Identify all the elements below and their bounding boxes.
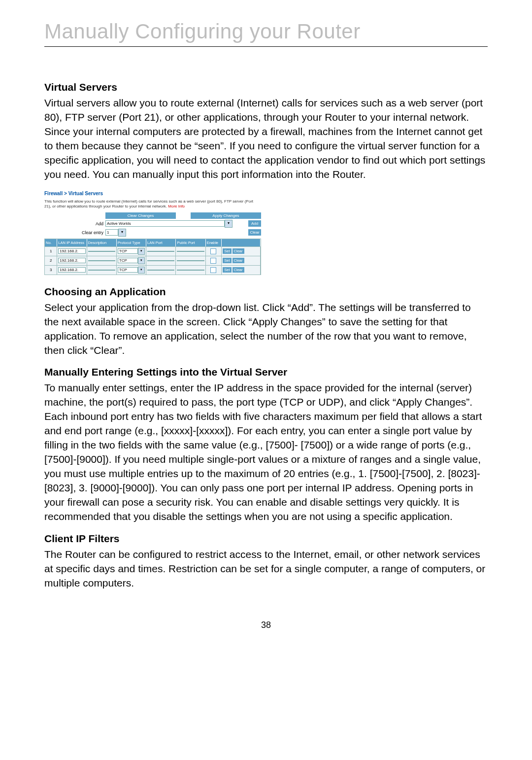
col-lan: LAN Port: [146, 239, 176, 246]
lan-port-input[interactable]: [147, 260, 174, 261]
lan-ip-input[interactable]: 192.168.2.: [58, 267, 85, 273]
description-input[interactable]: [88, 251, 115, 252]
col-actions: [222, 239, 261, 246]
clear-changes-button[interactable]: Clear Changes: [105, 212, 176, 219]
router-description: This function will allow you to route ex…: [44, 199, 261, 209]
paragraph-client-ip-filters: The Router can be configured to restrict…: [44, 548, 488, 590]
clear-entry-label: Clear entry: [44, 230, 105, 235]
protocol-select[interactable]: TCP: [118, 248, 138, 254]
enable-checkbox[interactable]: [210, 267, 216, 273]
enable-checkbox[interactable]: [210, 258, 216, 264]
public-port-input[interactable]: [177, 251, 204, 252]
lan-ip-input[interactable]: 192.168.2.: [58, 258, 85, 263]
virtual-servers-table: No. LAN IP Address Description Protocol …: [44, 239, 261, 275]
page-title: Manually Configuring your Router: [44, 20, 488, 47]
clear-row-button[interactable]: Clear: [233, 248, 244, 254]
row-number: 1: [45, 246, 57, 256]
chevron-down-icon[interactable]: ▾: [118, 229, 126, 237]
page-number: 38: [44, 620, 488, 630]
protocol-select[interactable]: TCP: [118, 267, 138, 273]
clear-row-button[interactable]: Clear: [233, 267, 244, 273]
clear-button[interactable]: Clear: [248, 229, 261, 236]
add-button[interactable]: Add: [248, 220, 261, 227]
col-prot: Protocol Type: [117, 239, 146, 246]
public-port-input[interactable]: [177, 270, 204, 271]
paragraph-manual-entry: To manually enter settings, enter the IP…: [44, 381, 488, 524]
lan-ip-input[interactable]: 192.168.2.: [58, 248, 85, 254]
add-application-select[interactable]: Active Worlds: [105, 220, 225, 227]
breadcrumb: Firewall > Virtual Servers: [44, 191, 261, 196]
table-row: 1 192.168.2. TCP▾ Set Clear: [45, 246, 261, 256]
set-button[interactable]: Set: [223, 248, 231, 254]
chevron-down-icon[interactable]: ▾: [138, 248, 145, 255]
chevron-down-icon[interactable]: ▾: [138, 267, 145, 274]
col-pub: Public Port: [176, 239, 205, 246]
description-input[interactable]: [88, 260, 115, 261]
lan-port-input[interactable]: [147, 270, 174, 271]
lan-port-input[interactable]: [147, 251, 174, 252]
set-button[interactable]: Set: [223, 258, 231, 263]
more-info-link[interactable]: More Info: [168, 204, 185, 208]
clear-row-button[interactable]: Clear: [233, 258, 244, 263]
col-desc: Description: [87, 239, 117, 246]
enable-checkbox[interactable]: [210, 248, 216, 254]
table-row: 2 192.168.2. TCP▾ Set Clear: [45, 256, 261, 265]
router-ui-screenshot: Firewall > Virtual Servers This function…: [44, 191, 261, 275]
col-no: No.: [45, 239, 57, 246]
table-row: 3 192.168.2. TCP▾ Set Clear: [45, 265, 261, 275]
col-en: Enable: [206, 239, 222, 246]
row-number: 2: [45, 256, 57, 265]
description-input[interactable]: [88, 270, 115, 271]
paragraph-virtual-servers: Virtual servers allow you to route exter…: [44, 96, 488, 182]
clear-entry-select[interactable]: 1: [105, 229, 118, 236]
heading-client-ip-filters: Client IP Filters: [44, 533, 488, 545]
paragraph-choosing-application: Select your application from the drop-do…: [44, 301, 488, 358]
row-number: 3: [45, 265, 57, 275]
protocol-select[interactable]: TCP: [118, 258, 138, 263]
heading-virtual-servers: Virtual Servers: [44, 81, 488, 93]
public-port-input[interactable]: [177, 260, 204, 261]
heading-choosing-application: Choosing an Application: [44, 286, 488, 298]
col-ip: LAN IP Address: [57, 239, 87, 246]
heading-manual-entry: Manually Entering Settings into the Virt…: [44, 366, 488, 378]
set-button[interactable]: Set: [223, 267, 231, 273]
apply-changes-button[interactable]: Apply Changes: [191, 212, 261, 219]
chevron-down-icon[interactable]: ▾: [225, 220, 233, 228]
add-label: Add: [44, 221, 105, 226]
chevron-down-icon[interactable]: ▾: [138, 257, 145, 264]
